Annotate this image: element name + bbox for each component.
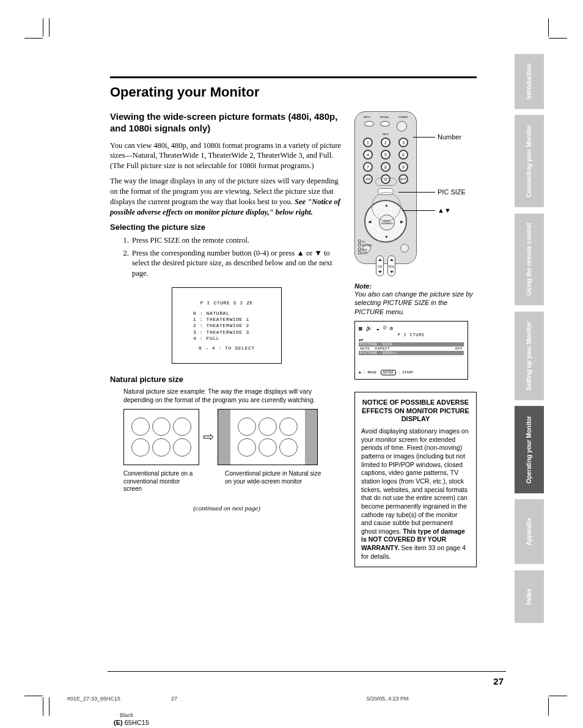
side-tabs: Introduction Connecting your Monitor Usi… [515, 54, 544, 629]
num-7: 7 [363, 162, 373, 172]
circle-icon [279, 417, 298, 436]
settings-icon: ☁ [376, 325, 379, 332]
model-number: (E) 65HC15 [114, 719, 149, 726]
num-3: 3 [398, 138, 408, 147]
caption: Conventional picture in Natural size on … [225, 470, 325, 493]
sub-heading: Selecting the picture size [110, 222, 343, 232]
crop-mark [24, 38, 43, 39]
menu-button: MENUDVDMENU [379, 215, 395, 230]
crop-mark [43, 697, 43, 716]
body-paragraph: You can view 480i, 480p, and 1080i forma… [110, 141, 343, 172]
arrow-right-icon: ⇨ [203, 429, 214, 445]
num-100: 100 [363, 174, 373, 184]
num-4: 4 [363, 150, 373, 160]
volume-rocker: VOL [387, 256, 395, 276]
menu-row: AUTO ASPECTOFF [359, 347, 464, 351]
mode-leds: TV CBL/SAT VCR DVD [358, 240, 372, 255]
circle-icon [173, 417, 191, 436]
note-text: You also can change the picture size by … [354, 290, 477, 316]
tab-remote: Using the remote control [515, 213, 544, 305]
page-number-rule [108, 671, 506, 672]
callout-picsize: PIC SIZE [438, 188, 466, 196]
crop-mark [549, 38, 567, 39]
callout-line [402, 210, 435, 211]
num-ent: ENT [398, 174, 408, 184]
footer-file: #01E_27-33_65HC15 [67, 696, 171, 702]
menu-title: P I CTURE [359, 333, 464, 337]
note-heading: Note: [354, 282, 477, 290]
menu-row-active: PICTURE SIZE [359, 342, 464, 347]
continued-note: (continued on next page) [110, 504, 343, 512]
osd-line: 1 : THEATERWIDE 1 [193, 317, 260, 323]
num-6: 6 [398, 150, 408, 160]
corner-button [400, 244, 409, 252]
osd-select-hint: 0 – 4 : TO SELECT [193, 345, 260, 351]
tab-connecting: Connecting your Monitor [515, 115, 544, 207]
arrow-left-icon: ◀ [368, 219, 371, 224]
osd-picture-menu: ▦🔊☁⎚⚙ P I CTURE ▲▼ PICTURE SIZE AUTO ASP… [354, 321, 468, 380]
page-title: Operating your Monitor [110, 84, 477, 100]
callout-line [398, 192, 435, 193]
arrow-down-icon: ▼ [384, 235, 389, 240]
tab-setup: Setting up your Monitor [515, 312, 544, 400]
section-heading: Viewing the wide-screen picture formats … [110, 111, 343, 134]
page-content: Operating your Monitor Viewing the wide-… [110, 76, 477, 567]
label: POWER [398, 116, 408, 119]
circle-icon [258, 417, 277, 436]
step-item: Press PIC SIZE on the remote control. [131, 235, 343, 246]
footer-page: 27 [171, 696, 367, 702]
body-paragraph: The way the image displays in any of the… [110, 176, 343, 218]
conventional-screen [123, 409, 199, 465]
caption: Conventional picture on a conventional m… [123, 470, 199, 493]
menu-footer: ◉ : MOVE ENTER : START [359, 370, 413, 375]
circle-icon [279, 438, 298, 457]
footer-color: Black [120, 712, 133, 718]
recall-button [380, 121, 390, 127]
num-9: 9 [398, 162, 408, 172]
num-1: 1 [363, 138, 373, 147]
notice-body: Avoid displaying stationary images on yo… [361, 427, 470, 561]
audio-icon: 🔊 [365, 325, 372, 332]
right-column: INPUTRECALLPOWER INFO 123 456 789 1000EN… [354, 111, 477, 567]
osd-title: P I CTURE S I ZE [193, 300, 260, 306]
circle-icon [131, 417, 150, 436]
osd-line: 2 : THEATERWIDE 2 [193, 323, 260, 329]
power-button [397, 121, 407, 131]
picture-icon: ▦ [359, 325, 362, 332]
footer-date: 5/20/05, 4:23 PM [367, 696, 409, 702]
notice-title: NOTICE OF POSSIBLE ADVERSE EFFECTS ON MO… [361, 399, 470, 424]
osd-picture-size: P I CTURE S I ZE 0 : NATURAL 1 : THEATER… [172, 287, 282, 364]
example-intro: Natural picture size example: The way th… [123, 388, 334, 404]
crop-mark [49, 697, 50, 716]
callout-line [413, 137, 435, 138]
d-pad: MENUDVDMENU ▲ ▼ ◀ ▶ [364, 200, 407, 243]
circle-icon [152, 417, 170, 436]
menu-icon-row: ▦🔊☁⎚⚙ [359, 325, 464, 332]
pic-size-button [378, 188, 394, 195]
picture-examples: ⇨ [123, 409, 343, 465]
remote-illustration: INPUTRECALLPOWER INFO 123 456 789 1000EN… [354, 111, 477, 270]
menu-row: PICTURE SCROLL [359, 351, 464, 355]
input-button [364, 121, 374, 127]
num-2: 2 [381, 138, 391, 147]
circle-icon [152, 438, 170, 457]
highlight-ring [375, 178, 397, 186]
circle-icon [238, 417, 256, 436]
label: RECALL [380, 116, 390, 119]
crop-mark [549, 696, 567, 696]
title-rule [110, 76, 477, 78]
page-number: 27 [493, 676, 504, 686]
callout-arrows: ▲▼ [438, 207, 451, 214]
circle-icon [173, 438, 191, 457]
crop-mark [49, 18, 50, 37]
osd-line: 0 : NATURAL [193, 311, 260, 317]
circle-icon [131, 438, 150, 457]
osd-line: 4 : FULL [193, 336, 260, 342]
pillar-box [305, 410, 317, 465]
step-item: Press the corresponding number button (0… [131, 248, 343, 279]
step-list: Press PIC SIZE on the remote control. Pr… [131, 235, 343, 279]
left-column: Viewing the wide-screen picture formats … [110, 111, 343, 567]
pillar-box [218, 410, 230, 465]
callout-number: Number [438, 133, 461, 141]
arrow-up-icon: ▲ [384, 203, 389, 208]
